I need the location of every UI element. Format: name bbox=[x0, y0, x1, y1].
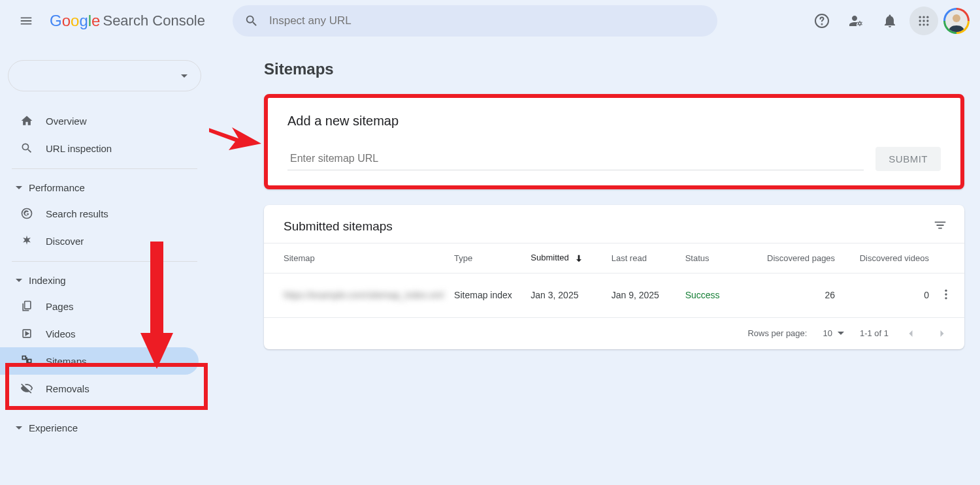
cell-sitemap: https://example.com/sitemap_index.xml bbox=[264, 273, 449, 317]
col-pages[interactable]: Discovered pages bbox=[746, 243, 840, 274]
cell-status: Success bbox=[680, 273, 747, 317]
chevron-down-icon bbox=[16, 186, 22, 189]
table-row[interactable]: https://example.com/sitemap_index.xml Si… bbox=[264, 273, 964, 317]
prev-page-button[interactable] bbox=[904, 327, 917, 340]
annotation-arrow bbox=[209, 111, 261, 150]
property-selector[interactable] bbox=[8, 60, 201, 91]
submit-button[interactable]: SUBMIT bbox=[875, 147, 941, 171]
nav-label: Discover bbox=[46, 236, 84, 247]
nav-label: Videos bbox=[46, 328, 76, 339]
pagination-range: 1-1 of 1 bbox=[860, 328, 889, 338]
svg-rect-16 bbox=[28, 360, 31, 363]
svg-rect-13 bbox=[25, 302, 31, 309]
search-icon bbox=[20, 142, 34, 155]
chevron-down-icon bbox=[16, 426, 22, 430]
main-content: Sitemaps Add a new sitemap SUBMIT Submit… bbox=[209, 42, 980, 485]
col-status[interactable]: Status bbox=[680, 243, 747, 274]
nav-label: URL inspection bbox=[46, 143, 112, 154]
svg-point-19 bbox=[945, 293, 947, 295]
nav-label: Removals bbox=[46, 383, 90, 394]
section-performance[interactable]: Performance bbox=[0, 176, 209, 200]
sitemap-icon bbox=[20, 354, 34, 368]
svg-rect-17 bbox=[28, 364, 31, 366]
account-avatar[interactable] bbox=[943, 8, 970, 34]
add-sitemap-card: Add a new sitemap SUBMIT bbox=[264, 94, 964, 189]
svg-point-1 bbox=[822, 24, 823, 25]
menu-button[interactable] bbox=[10, 5, 42, 37]
section-experience[interactable]: Experience bbox=[0, 416, 209, 440]
pages-icon bbox=[20, 300, 34, 313]
sitemaps-table: Sitemap Type Submitted Last read Status … bbox=[264, 243, 964, 317]
avatar-image bbox=[945, 10, 968, 32]
chevron-down-icon bbox=[181, 74, 188, 78]
filter-button[interactable] bbox=[933, 218, 947, 235]
google-logo: Google bbox=[50, 12, 100, 30]
cell-submitted: Jan 3, 2025 bbox=[525, 273, 606, 317]
nav-removals[interactable]: Removals bbox=[0, 375, 199, 402]
cell-videos: 0 bbox=[840, 273, 934, 317]
card-title: Submitted sitemaps bbox=[284, 219, 393, 234]
help-icon bbox=[814, 13, 830, 29]
video-icon bbox=[20, 327, 34, 340]
chevron-down-icon bbox=[838, 332, 844, 335]
nav-url-inspection[interactable]: URL inspection bbox=[0, 134, 199, 162]
nav-label: Search results bbox=[46, 208, 108, 219]
nav-overview[interactable]: Overview bbox=[0, 107, 199, 134]
eye-off-icon bbox=[20, 382, 34, 395]
apps-grid-icon bbox=[917, 14, 930, 27]
svg-point-8 bbox=[926, 20, 928, 22]
section-label: Indexing bbox=[29, 275, 66, 286]
section-label: Experience bbox=[29, 422, 78, 433]
annotation-arrow bbox=[137, 242, 176, 372]
search-input[interactable] bbox=[269, 14, 706, 27]
bell-icon bbox=[882, 13, 898, 29]
users-button[interactable] bbox=[841, 7, 870, 35]
col-submitted[interactable]: Submitted bbox=[525, 243, 606, 274]
section-label: Performance bbox=[29, 182, 85, 193]
col-videos[interactable]: Discovered videos bbox=[840, 243, 934, 274]
sitemap-url-input[interactable] bbox=[287, 148, 864, 170]
product-name: Search Console bbox=[103, 12, 205, 29]
nav-label: Pages bbox=[46, 301, 74, 312]
svg-point-18 bbox=[945, 289, 947, 291]
row-menu-button[interactable] bbox=[934, 273, 964, 317]
col-sitemap[interactable]: Sitemap bbox=[264, 243, 449, 274]
submitted-sitemaps-card: Submitted sitemaps Sitemap Type Submitte… bbox=[264, 205, 964, 349]
svg-point-4 bbox=[923, 16, 924, 18]
sidebar: Overview URL inspection Performance Sear… bbox=[0, 42, 209, 485]
nav-search-results[interactable]: Search results bbox=[0, 200, 199, 227]
svg-point-7 bbox=[923, 20, 924, 22]
col-last-read[interactable]: Last read bbox=[606, 243, 680, 274]
next-page-button[interactable] bbox=[936, 327, 949, 340]
user-settings-icon bbox=[848, 13, 864, 29]
svg-point-20 bbox=[945, 297, 947, 299]
svg-point-5 bbox=[926, 16, 928, 18]
cell-pages: 26 bbox=[746, 273, 840, 317]
hamburger-icon bbox=[19, 14, 33, 28]
rows-per-page-label: Rows per page: bbox=[747, 328, 807, 338]
page-title: Sitemaps bbox=[264, 60, 964, 78]
logo[interactable]: Google Search Console bbox=[50, 12, 205, 30]
col-type[interactable]: Type bbox=[449, 243, 525, 274]
home-icon bbox=[20, 114, 34, 127]
rows-per-page-select[interactable]: 10 bbox=[823, 328, 843, 338]
table-footer: Rows per page: 10 1-1 of 1 bbox=[264, 317, 964, 349]
apps-button[interactable] bbox=[909, 7, 938, 35]
rows-value: 10 bbox=[823, 328, 832, 338]
chevron-down-icon bbox=[16, 279, 22, 282]
asterisk-icon bbox=[20, 234, 34, 247]
svg-rect-15 bbox=[22, 356, 25, 360]
card-title: Add a new sitemap bbox=[287, 114, 941, 129]
notifications-button[interactable] bbox=[875, 7, 904, 35]
header-actions bbox=[808, 7, 970, 35]
help-button[interactable] bbox=[808, 7, 836, 35]
section-indexing[interactable]: Indexing bbox=[0, 268, 209, 292]
g-icon bbox=[20, 207, 34, 220]
header: Google Search Console bbox=[0, 0, 980, 42]
cell-last-read: Jan 9, 2025 bbox=[606, 273, 680, 317]
url-inspection-search[interactable] bbox=[233, 5, 717, 37]
svg-point-6 bbox=[919, 20, 921, 22]
search-icon bbox=[244, 14, 259, 28]
nav-label: Sitemaps bbox=[46, 356, 87, 367]
sort-desc-icon bbox=[574, 253, 584, 264]
